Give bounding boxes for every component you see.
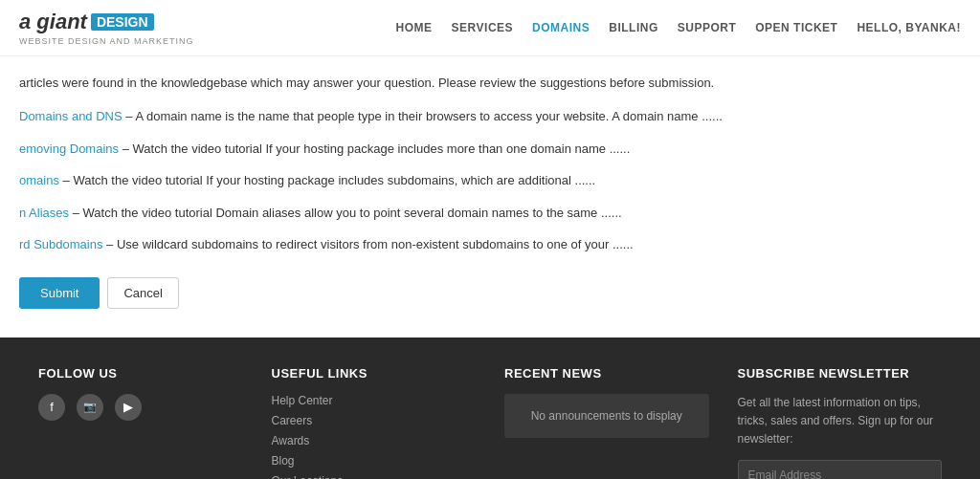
kb-link-3[interactable]: omains: [19, 173, 59, 187]
nav-support[interactable]: SUPPORT: [678, 21, 737, 34]
nav-home[interactable]: HOME: [396, 21, 433, 34]
recent-news-title: RECENT NEWS: [504, 366, 709, 381]
link-help-center[interactable]: Help Center: [272, 394, 477, 407]
main-nav: HOME SERVICES DOMAINS BILLING SUPPORT OP…: [396, 21, 961, 34]
footer-grid: FOLLOW US f 📷 ▶ USEFUL LINKS Help Center…: [38, 366, 942, 480]
kb-link-1[interactable]: Domains and DNS: [19, 109, 122, 123]
newsletter-email-input[interactable]: [738, 460, 943, 479]
link-careers[interactable]: Careers: [272, 414, 477, 427]
kb-desc-4: – Watch the video tutorial Domain aliase…: [69, 206, 622, 220]
footer: FOLLOW US f 📷 ▶ USEFUL LINKS Help Center…: [0, 337, 980, 480]
kb-link-4[interactable]: n Aliases: [19, 206, 69, 220]
follow-us-title: FOLLOW US: [38, 366, 243, 381]
kb-desc-3: – Watch the video tutorial If your hosti…: [59, 173, 595, 187]
link-awards[interactable]: Awards: [272, 434, 477, 447]
footer-follow-us: FOLLOW US f 📷 ▶: [38, 366, 243, 480]
link-locations[interactable]: Our Locations: [272, 474, 477, 480]
newsletter-title: SUBSCRIBE NEWSLETTER: [738, 366, 943, 381]
footer-useful-links: USEFUL LINKS Help Center Careers Awards …: [272, 366, 477, 480]
cancel-button[interactable]: Cancel: [107, 277, 178, 309]
footer-newsletter: SUBSCRIBE NEWSLETTER Get all the latest …: [738, 366, 943, 480]
nav-domains[interactable]: DOMAINS: [532, 21, 590, 34]
intro-text: articles were found in the knowledgebase…: [19, 76, 842, 90]
submit-button[interactable]: Submit: [19, 277, 100, 309]
kb-desc-5: – Use wildcard subdomains to redirect vi…: [102, 237, 633, 251]
list-item: Domains and DNS – A domain name is the n…: [19, 107, 842, 126]
logo-tagline: WEBSITE DESIGN AND MARKETING: [19, 36, 194, 46]
logo-text: a giant: [19, 10, 87, 34]
nav-open-ticket[interactable]: OPEN TICKET: [755, 21, 837, 34]
header: a giant DESIGN WEBSITE DESIGN AND MARKET…: [0, 0, 980, 56]
social-icons: f 📷 ▶: [38, 394, 243, 421]
nav-services[interactable]: SERVICES: [452, 21, 513, 34]
main-content: articles were found in the knowledgebase…: [0, 56, 861, 337]
footer-recent-news: RECENT NEWS No announcements to display: [504, 366, 709, 480]
kb-link-5[interactable]: rd Subdomains: [19, 237, 102, 251]
list-item: n Aliases – Watch the video tutorial Dom…: [19, 204, 842, 223]
link-blog[interactable]: Blog: [272, 454, 477, 468]
kb-desc-2: – Watch the video tutorial If your hosti…: [119, 142, 630, 156]
kb-list: Domains and DNS – A domain name is the n…: [19, 107, 842, 254]
list-item: rd Subdomains – Use wildcard subdomains …: [19, 235, 842, 254]
nav-hello[interactable]: HELLO, BYANKA!: [857, 21, 961, 34]
no-announcements: No announcements to display: [504, 394, 709, 438]
kb-desc-1: – A domain name is the name that people …: [122, 109, 723, 123]
youtube-icon[interactable]: ▶: [115, 394, 142, 421]
kb-link-2[interactable]: emoving Domains: [19, 142, 119, 156]
logo: a giant DESIGN WEBSITE DESIGN AND MARKET…: [19, 10, 194, 46]
list-item: emoving Domains – Watch the video tutori…: [19, 140, 842, 159]
facebook-icon[interactable]: f: [38, 394, 65, 421]
nav-billing[interactable]: BILLING: [609, 21, 658, 34]
newsletter-description: Get all the latest information on tips, …: [738, 394, 943, 449]
useful-links-title: USEFUL LINKS: [272, 366, 477, 381]
instagram-icon[interactable]: 📷: [77, 394, 103, 421]
list-item: omains – Watch the video tutorial If you…: [19, 171, 842, 190]
action-buttons: Submit Cancel: [19, 277, 842, 309]
logo-design-box: DESIGN: [91, 13, 154, 31]
